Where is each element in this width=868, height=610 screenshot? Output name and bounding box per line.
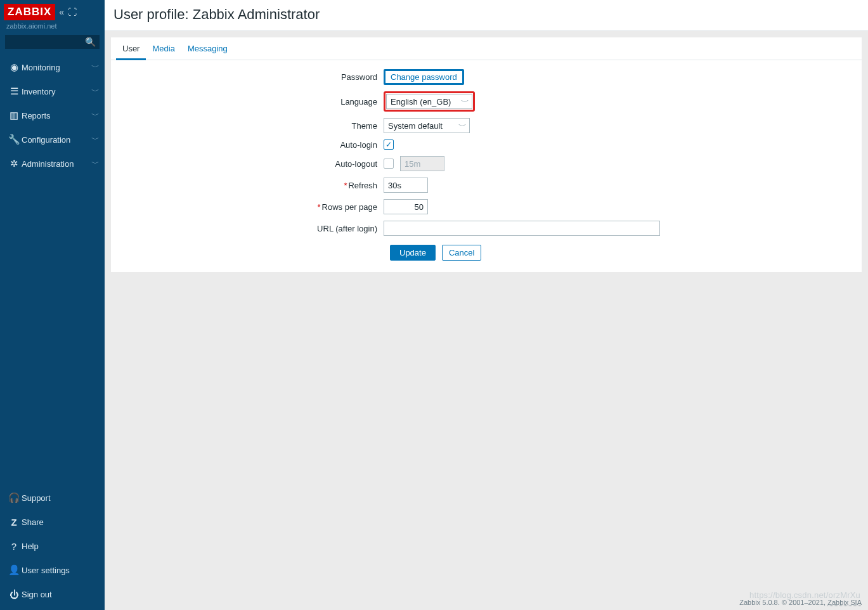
- sidebar-item-monitoring[interactable]: ◉ Monitoring ﹀: [0, 55, 105, 79]
- page-title: User profile: Zabbix Administrator: [105, 0, 868, 31]
- sidebar-item-share[interactable]: Z Share: [0, 510, 105, 534]
- label-auto-logout: Auto-logout: [111, 159, 384, 169]
- cancel-button[interactable]: Cancel: [442, 245, 481, 261]
- rows-per-page-input[interactable]: [384, 199, 428, 214]
- footer-text: Zabbix 5.0.8. © 2001–2021,: [739, 599, 827, 606]
- power-icon: ⏻: [6, 589, 22, 600]
- chevron-down-icon: ﹀: [91, 135, 100, 144]
- sidebar-item-label: Help: [22, 542, 98, 551]
- sidebar-header: ZABBIX « ⛶: [0, 0, 105, 20]
- chevron-down-icon: ﹀: [91, 159, 100, 168]
- sidebar-bottom: 🎧 Support Z Share ? Help 👤 User settings…: [0, 486, 105, 610]
- sidebar-item-reports[interactable]: ▥ Reports ﹀: [0, 103, 105, 127]
- sidebar-item-inventory[interactable]: ☰ Inventory ﹀: [0, 79, 105, 103]
- sidebar-item-label: Configuration: [22, 135, 92, 145]
- sidebar-item-label: Reports: [22, 111, 92, 120]
- chevron-down-icon: ﹀: [91, 87, 100, 96]
- content-panel: User Media Messaging Password Change pas…: [111, 37, 862, 272]
- sidebar-item-configuration[interactable]: 🔧 Configuration ﹀: [0, 127, 105, 152]
- sidebar: ZABBIX « ⛶ zabbix.aiomi.net 🔍 ◉ Monitori…: [0, 0, 105, 610]
- label-refresh: *Refresh: [111, 181, 384, 190]
- row-theme: Theme System default ﹀: [111, 118, 862, 133]
- refresh-input[interactable]: [384, 178, 428, 193]
- change-password-button[interactable]: Change password: [384, 69, 464, 85]
- headset-icon: 🎧: [6, 492, 22, 503]
- label-rows-text: Rows per page: [322, 202, 377, 212]
- sidebar-item-help[interactable]: ? Help: [0, 534, 105, 558]
- auto-logout-input: [400, 156, 444, 171]
- sidebar-item-label: Support: [22, 493, 98, 503]
- chevron-down-icon: ﹀: [91, 111, 100, 120]
- update-button[interactable]: Update: [390, 245, 436, 261]
- tab-media[interactable]: Media: [146, 37, 181, 60]
- sidebar-item-administration[interactable]: ✲ Administration ﹀: [0, 152, 105, 176]
- sidebar-item-label: User settings: [22, 566, 98, 575]
- auto-login-checkbox[interactable]: ✓: [384, 140, 394, 150]
- sidebar-item-label: Inventory: [22, 87, 92, 96]
- help-icon: ?: [6, 541, 22, 552]
- sidebar-item-label: Administration: [22, 159, 92, 169]
- chevron-down-icon: ﹀: [458, 122, 467, 131]
- sidebar-nav: ◉ Monitoring ﹀ ☰ Inventory ﹀ ▥ Reports ﹀…: [0, 55, 105, 176]
- tab-user[interactable]: User: [116, 37, 146, 60]
- row-password: Password Change password: [111, 69, 862, 85]
- user-icon: 👤: [6, 564, 22, 576]
- list-icon: ☰: [6, 86, 22, 97]
- wrench-icon: 🔧: [6, 134, 22, 145]
- user-form: Password Change password Language Englis…: [111, 60, 862, 272]
- auto-logout-checkbox[interactable]: ✓: [384, 159, 394, 169]
- row-rows: *Rows per page: [111, 199, 862, 214]
- chart-icon: ▥: [6, 110, 22, 121]
- label-theme: Theme: [111, 121, 384, 131]
- collapse-sidebar-icon[interactable]: «: [59, 7, 64, 17]
- sidebar-item-label: Monitoring: [22, 63, 92, 72]
- row-refresh: *Refresh: [111, 178, 862, 193]
- footer: Zabbix 5.0.8. © 2001–2021, Zabbix SIA: [105, 599, 862, 606]
- sidebar-item-user-settings[interactable]: 👤 User settings: [0, 558, 105, 582]
- theme-select-value: System default: [388, 121, 443, 131]
- sidebar-search: 🔍: [5, 35, 100, 49]
- eye-icon: ◉: [6, 62, 22, 73]
- gear-icon: ✲: [6, 158, 22, 169]
- theme-select[interactable]: System default ﹀: [384, 118, 470, 133]
- chevron-down-icon: ﹀: [461, 98, 469, 107]
- footer-link[interactable]: Zabbix SIA: [827, 599, 862, 606]
- zabbix-logo[interactable]: ZABBIX: [4, 4, 55, 20]
- row-language: Language English (en_GB) ﹀: [111, 91, 862, 112]
- host-label: zabbix.aiomi.net: [0, 20, 105, 35]
- label-url: URL (after login): [111, 224, 384, 233]
- language-select[interactable]: English (en_GB) ﹀: [386, 94, 472, 109]
- language-select-value: English (en_GB): [391, 97, 451, 107]
- tabs: User Media Messaging: [111, 37, 862, 60]
- label-language: Language: [111, 97, 384, 107]
- url-after-login-input[interactable]: [384, 221, 660, 236]
- sidebar-item-signout[interactable]: ⏻ Sign out: [0, 582, 105, 606]
- main: User profile: Zabbix Administrator User …: [105, 0, 868, 610]
- sidebar-item-support[interactable]: 🎧 Support: [0, 486, 105, 510]
- label-auto-login: Auto-login: [111, 140, 384, 150]
- tab-messaging[interactable]: Messaging: [181, 37, 234, 60]
- language-highlight: English (en_GB) ﹀: [384, 91, 475, 112]
- sidebar-item-label: Share: [22, 517, 98, 527]
- form-actions: Update Cancel: [111, 245, 862, 261]
- chevron-down-icon: ﹀: [91, 63, 100, 72]
- label-refresh-text: Refresh: [348, 181, 377, 190]
- fullscreen-icon[interactable]: ⛶: [68, 7, 77, 17]
- share-icon: Z: [6, 517, 22, 528]
- label-password: Password: [111, 72, 384, 82]
- search-icon[interactable]: 🔍: [85, 37, 96, 47]
- row-url: URL (after login): [111, 221, 862, 236]
- row-auto-login: Auto-login ✓: [111, 140, 862, 150]
- row-auto-logout: Auto-logout ✓: [111, 156, 862, 171]
- sidebar-item-label: Sign out: [22, 590, 98, 599]
- label-rows: *Rows per page: [111, 202, 384, 212]
